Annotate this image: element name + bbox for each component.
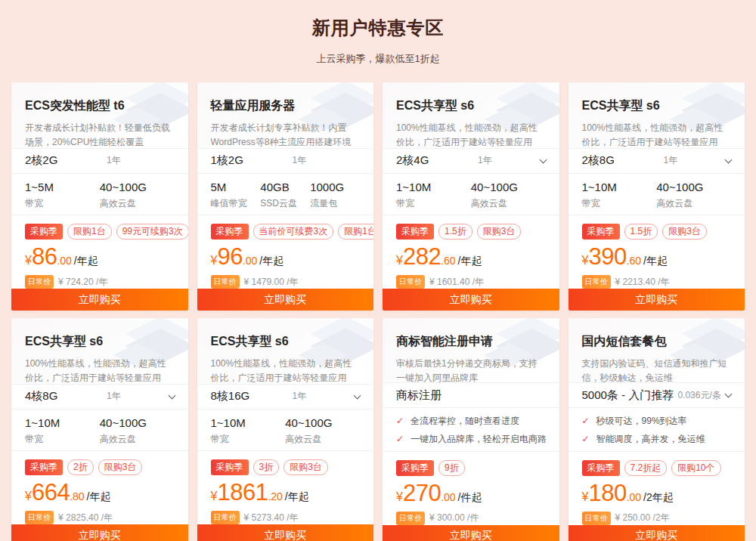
metric: 40~100G高效云盘 <box>471 181 546 210</box>
feature-item: ✓秒级可达，99%到达率 <box>582 415 732 428</box>
card-head: 轻量应用服务器 开发者成长计划专享补贴款！内置WordPress等8种主流应用搭… <box>197 82 374 148</box>
daily-price-badge: 日常价 <box>396 512 425 525</box>
metrics-row: 1~10M带宽40~100G高效云盘 <box>396 181 546 210</box>
tag-row: 采购季 1.5折限购3台 <box>396 224 546 240</box>
metrics-row: 1~10M带宽40~100G高效云盘 <box>211 416 361 446</box>
spec-duration: 1年 <box>655 154 721 167</box>
chevron-down-icon[interactable] <box>721 394 731 397</box>
promo-season-tag: 采购季 <box>25 459 63 475</box>
check-icon: ✓ <box>396 416 404 426</box>
card-head: 商标智能注册申请 审核后最快1分钟递交商标局，支持一键加入阿里品牌库 <box>383 318 559 382</box>
daily-price-row: 日常价 ¥ 5273.40 /年 <box>211 511 361 524</box>
spec-selector[interactable]: 2核8G 1年 <box>569 148 745 174</box>
price-unit: /年起 <box>643 255 668 267</box>
spec-selector[interactable]: 商标注册 <box>383 382 559 408</box>
card-mid: 5M峰值带宽40GBSSD云盘1000G流量包 <box>197 174 374 215</box>
daily-price-text: ¥ 5273.40 /年 <box>244 512 299 524</box>
check-icon: ✓ <box>582 416 590 426</box>
daily-price-text: ¥ 724.20 /年 <box>58 276 107 289</box>
card-bottom: 采购季 当前价可续费3次限购1台 ¥96.00/年起 日常价 ¥ 1479.00… <box>197 215 374 289</box>
limit-tag: 限购1台 <box>67 224 112 240</box>
metric: 1000G流量包 <box>310 181 360 210</box>
limit-tag: 限购10个 <box>671 460 720 476</box>
feature-text: 全流程掌控，随时查看进度 <box>411 415 519 428</box>
metric-label: 高效云盘 <box>285 433 360 446</box>
spec-selector[interactable]: 5000条 - 入门推荐 0.036元/条 <box>569 382 745 408</box>
spec-selector[interactable]: 8核16G 1年 <box>197 384 374 410</box>
daily-price-text: ¥ 1601.40 /年 <box>429 276 484 289</box>
metrics-row: 5M峰值带宽40GBSSD云盘1000G流量包 <box>211 181 361 210</box>
limit-tag: 限购3台 <box>662 224 707 240</box>
card-head: ECS突发性能型 t6 开发者成长计划补贴款！轻量低负载场景，20%CPU性能轻… <box>11 82 188 148</box>
price-integer: 282 <box>403 243 441 270</box>
card-bottom: 采购季 7.2折起限购10个 ¥180.00/2年起 日常价 ¥ 250.00 … <box>569 452 745 525</box>
card-head: ECS共享型 s6 100%性能基线，性能强劲，超高性价比，广泛适用于建站等轻量… <box>11 318 188 384</box>
metric: 1~5M带宽 <box>25 181 100 210</box>
limit-tag: 1.5折 <box>624 224 658 240</box>
metric-value: 1~10M <box>25 416 100 429</box>
metric: 1~10M带宽 <box>211 416 286 446</box>
price-integer: 86 <box>32 243 57 270</box>
price-row: ¥86.00/年起 <box>25 243 175 270</box>
spec-selector[interactable]: 1核2G 1年 <box>197 148 374 174</box>
card-bottom: 采购季 2折限购3台 ¥664.80/年起 日常价 ¥ 2825.40 /年 <box>11 451 188 524</box>
price-decimal: .80 <box>70 490 84 502</box>
price-integer: 96 <box>217 243 242 270</box>
page-subtitle: 上云采购季，爆款低至1折起 <box>0 52 756 66</box>
daily-price-text: ¥ 300.00 /件 <box>429 512 479 524</box>
price-row: ¥270.00/件起 <box>396 480 546 507</box>
card-title: ECS共享型 s6 <box>211 334 361 350</box>
buy-now-button[interactable]: 立即购买 <box>383 525 559 541</box>
buy-now-button[interactable]: 立即购买 <box>11 524 188 541</box>
promo-season-tag: 采购季 <box>396 460 434 476</box>
chevron-down-icon[interactable] <box>720 159 731 162</box>
buy-now-button[interactable]: 立即购买 <box>197 524 374 541</box>
metric-value: 40~100G <box>656 181 731 193</box>
check-icon: ✓ <box>582 434 590 444</box>
metric-value: 1000G <box>310 181 360 193</box>
product-card: 轻量应用服务器 开发者成长计划专享补贴款！内置WordPress等8种主流应用搭… <box>197 82 374 311</box>
price-currency: ¥ <box>25 490 32 502</box>
buy-now-button[interactable]: 立即购买 <box>11 289 188 311</box>
spec-value: 8核16G <box>211 389 284 403</box>
page-title: 新用户特惠专区 <box>0 16 756 40</box>
price-row: ¥96.00/年起 <box>211 243 361 270</box>
spec-value: 2核8G <box>582 153 655 168</box>
metric: 40~100G高效云盘 <box>100 181 175 210</box>
chevron-down-icon[interactable] <box>349 395 360 398</box>
card-mid: 1~10M带宽40~100G高效云盘 <box>569 174 745 215</box>
metric-value: 40~100G <box>100 416 175 429</box>
tag-row: 采购季 1.5折限购3台 <box>582 224 732 240</box>
product-card: ECS突发性能型 t6 开发者成长计划补贴款！轻量低负载场景，20%CPU性能轻… <box>11 82 188 311</box>
buy-now-button[interactable]: 立即购买 <box>569 289 745 311</box>
spec-selector[interactable]: 2核2G 1年 <box>11 148 188 174</box>
daily-price-row: 日常价 ¥ 1479.00 /年 <box>211 275 361 289</box>
price-integer: 1861 <box>217 479 268 505</box>
metric-value: 40~100G <box>285 416 360 429</box>
spec-selector[interactable]: 4核8G 1年 <box>11 384 188 410</box>
spec-selector[interactable]: 2核4G 1年 <box>383 148 559 174</box>
metric-label: 带宽 <box>211 433 286 446</box>
promo-season-tag: 采购季 <box>25 224 63 240</box>
card-description: 100%性能基线，性能强劲，超高性价比，广泛适用于建站等轻量应用 <box>25 357 175 384</box>
tag-row: 采购季 当前价可续费3次限购1台 <box>211 224 361 240</box>
feature-item: ✓全流程掌控，随时查看进度 <box>396 415 546 428</box>
metric-label: 流量包 <box>310 197 360 210</box>
buy-now-button[interactable]: 立即购买 <box>197 289 374 311</box>
buy-now-button[interactable]: 立即购买 <box>383 289 559 311</box>
metrics-row: 1~10M带宽40~100G高效云盘 <box>582 181 732 210</box>
limit-tag: 7.2折起 <box>624 460 668 476</box>
buy-now-button[interactable]: 立即购买 <box>569 525 745 541</box>
price-row: ¥1861.20/年起 <box>211 479 361 506</box>
chevron-down-icon[interactable] <box>164 395 175 398</box>
metric-label: 高效云盘 <box>100 197 175 210</box>
price-decimal: .60 <box>441 255 455 267</box>
chevron-down-icon[interactable] <box>535 159 546 162</box>
metric-label: 带宽 <box>25 197 100 210</box>
product-card: ECS共享型 s6 100%性能基线，性能强劲，超高性价比，广泛适用于建站等轻量… <box>383 82 559 311</box>
limit-tag: 当前价可续费3次 <box>253 224 334 240</box>
card-mid: ✓秒级可达，99%到达率✓智能调度，高并发，免运维 <box>569 408 745 452</box>
price-decimal: .20 <box>268 490 282 502</box>
spec-duration: 1年 <box>98 154 164 167</box>
limit-tag: 限购1台 <box>338 224 373 240</box>
